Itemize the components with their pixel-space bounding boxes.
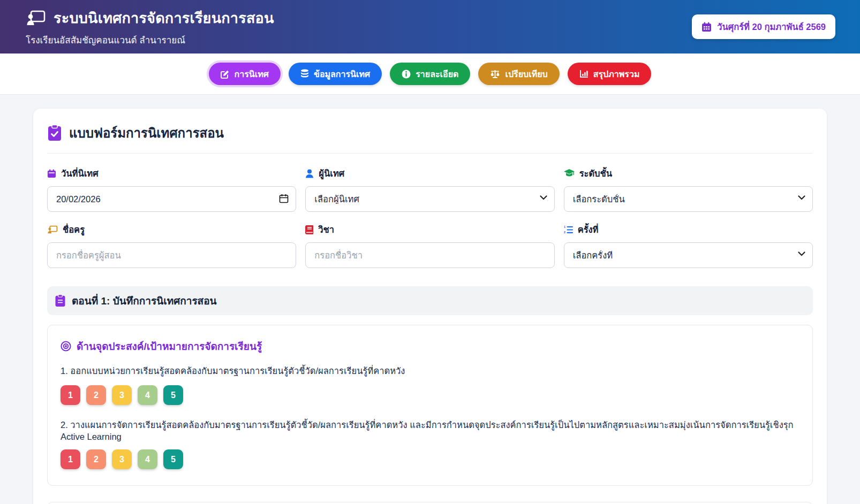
user-icon — [305, 169, 314, 178]
rating-button-5[interactable]: 5 — [163, 449, 183, 469]
calendar-icon — [47, 169, 56, 178]
supervision-form-card: แบบฟอร์มการนิเทศการสอน วันที่นิเทศ — [33, 109, 827, 504]
supervision-date-input[interactable] — [47, 186, 296, 212]
rating-button-4[interactable]: 4 — [138, 385, 157, 405]
graduation-cap-icon — [564, 169, 575, 178]
database-icon — [300, 69, 309, 79]
nav-label: รายละเอียด — [416, 67, 458, 81]
nav-data-button[interactable]: ข้อมูลการนิเทศ — [289, 63, 382, 85]
criteria-group-objectives: ด้านจุดประสงค์/เป้าหมายการจัดการเรียนรู้… — [47, 325, 813, 486]
chalkboard-teacher-icon — [47, 225, 58, 234]
rating-button-2[interactable]: 2 — [86, 449, 106, 469]
section-1-header: ตอนที่ 1: บันทึกการนิเทศการสอน — [47, 286, 813, 315]
nav-details-button[interactable]: รายละเอียด — [390, 63, 470, 85]
rating-row-item-2: 1 2 3 4 5 — [61, 449, 799, 469]
calendar-icon — [701, 22, 712, 32]
chart-bar-icon — [579, 70, 589, 78]
nav-label: การนิเทศ — [235, 67, 269, 81]
nav-supervision-button[interactable]: การนิเทศ — [209, 63, 281, 85]
nav-label: สรุปภาพรวม — [593, 67, 640, 81]
clipboard-check-icon — [47, 125, 62, 141]
app-title: ระบบนิเทศการจัดการเรียนการสอน — [54, 6, 274, 29]
teacher-name-input[interactable] — [47, 242, 296, 268]
supervisor-select[interactable]: เลือกผู้นิเทศ — [305, 186, 554, 212]
rating-button-2[interactable]: 2 — [86, 385, 106, 405]
nav-compare-button[interactable]: เปรียบเทียบ — [478, 63, 559, 85]
grade-select[interactable]: เลือกระดับชั้น — [564, 186, 813, 212]
current-date-text: วันศุกร์ที่ 20 กุมภาพันธ์ 2569 — [717, 20, 826, 34]
session-select[interactable]: เลือกครั้งที่ — [564, 242, 813, 268]
rating-button-3[interactable]: 3 — [112, 385, 132, 405]
current-date-badge[interactable]: วันศุกร์ที่ 20 กุมภาพันธ์ 2569 — [692, 14, 835, 39]
criteria-item-text: 1. ออกแบบหน่วยการเรียนรู้สอดคล้องกับมาตร… — [61, 364, 799, 378]
subject-field-label: วิชา — [318, 223, 334, 236]
book-icon — [305, 225, 313, 234]
subject-input[interactable] — [305, 242, 554, 268]
rating-button-3[interactable]: 3 — [112, 449, 132, 469]
teacher-field-label: ชื่อครู — [63, 223, 85, 236]
info-circle-icon — [402, 70, 411, 79]
balance-scale-icon — [490, 70, 500, 79]
pen-square-icon — [221, 70, 230, 79]
svg-text:1: 1 — [564, 226, 565, 228]
school-name: โรงเรียนอัสสัมชัญคอนแวนต์ ลำนารายณ์ — [26, 33, 274, 47]
rating-button-1[interactable]: 1 — [61, 449, 80, 469]
date-field-label: วันที่นิเทศ — [61, 166, 99, 180]
rating-button-4[interactable]: 4 — [138, 449, 157, 469]
nav-label: ข้อมูลการนิเทศ — [314, 67, 370, 81]
chalkboard-teacher-icon — [26, 10, 46, 27]
app-header: ระบบนิเทศการจัดการเรียนการสอน โรงเรียนอั… — [0, 0, 860, 54]
form-title: แบบฟอร์มการนิเทศการสอน — [69, 123, 224, 143]
nav-summary-button[interactable]: สรุปภาพรวม — [568, 63, 652, 85]
rating-button-1[interactable]: 1 — [61, 385, 80, 405]
nav-label: เปรียบเทียบ — [505, 67, 547, 81]
rating-row-item-1: 1 2 3 4 5 — [61, 385, 799, 405]
svg-text:2: 2 — [564, 231, 565, 234]
session-field-label: ครั้งที่ — [578, 223, 599, 236]
criteria-group-title: ด้านจุดประสงค์/เป้าหมายการจัดการเรียนรู้ — [77, 338, 262, 354]
section-1-title: ตอนที่ 1: บันทึกการนิเทศการสอน — [72, 293, 217, 309]
supervisor-field-label: ผู้นิเทศ — [319, 166, 344, 180]
target-icon — [61, 341, 71, 352]
criteria-group-content: ด้านเนื้อหา — [47, 502, 813, 504]
grade-field-label: ระดับชั้น — [579, 166, 612, 180]
criteria-item-text: 2. วางแผนการจัดการเรียนรู้สอดคล้องกับมาต… — [61, 418, 799, 442]
clipboard-list-icon — [55, 294, 66, 307]
list-ol-icon: 1 2 — [564, 226, 573, 234]
supervision-form: วันที่นิเทศ — [47, 166, 813, 268]
main-nav: การนิเทศ ข้อมูลการนิเทศ รายละเอียด — [0, 54, 860, 95]
rating-button-5[interactable]: 5 — [163, 385, 183, 405]
